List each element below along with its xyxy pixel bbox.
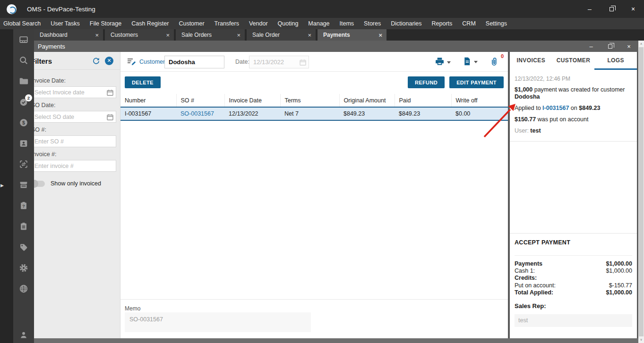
sidebar-item-dashboard-icon[interactable] [18,34,29,45]
tab-close-icon[interactable]: × [308,32,311,39]
show-only-invoiced-toggle[interactable] [34,181,45,187]
menu-item-settings[interactable]: Settings [486,20,507,27]
sales-rep-label: Sales Rep: [515,302,632,310]
tab-sale-order[interactable]: Sale Order× [247,29,316,41]
so-link[interactable]: SO-0031567 [180,110,214,117]
sidebar-item-contacts-icon[interactable] [18,138,29,149]
cell-paid[interactable]: $849.23 [395,107,451,120]
tab-customer[interactable]: CUSTOMER [552,52,595,70]
attachments-button[interactable]: 0 [489,56,499,67]
cell-write-off[interactable]: $0.00 [451,107,508,120]
invoice-number-field[interactable] [34,160,116,171]
scrollbar-thumb[interactable] [639,47,644,336]
close-filters-icon[interactable]: ✕ [105,57,113,65]
details-tabs: INVOICES CUSTOMER LOGS [510,52,637,70]
sidebar-item-tasks-icon[interactable]: 2 [18,97,29,107]
document-export-button[interactable] [462,56,478,67]
menu-item-vendor[interactable]: Vendor [249,20,268,27]
col-number[interactable]: Number [120,94,176,107]
menu-item-reports[interactable]: Reports [432,20,453,27]
cell-invoice-date[interactable]: 12/13/2022 [224,107,280,120]
tab-close-icon[interactable]: × [95,32,99,39]
sidebar-item-tag-icon[interactable] [18,242,29,252]
sidebar-item-orders-clipboard-icon[interactable] [18,221,29,232]
panel-expander-icon[interactable]: ▶ [0,183,4,188]
menu-item-transfers[interactable]: Transfers [215,20,239,27]
restore-icon[interactable] [601,0,622,18]
tab-logs[interactable]: LOGS [594,52,637,70]
show-only-invoiced-label: Show only invoiced [51,180,101,187]
tab-close-icon[interactable]: × [378,32,382,39]
inner-restore-icon[interactable] [601,41,619,52]
tab-dashboard[interactable]: Dashboard× [34,29,103,41]
invoice-date-field[interactable] [34,87,116,98]
edit-list-icon[interactable] [126,57,137,68]
refund-button[interactable]: REFUND [408,76,445,88]
invoice-link[interactable]: I-0031567 [542,105,569,111]
sidebar-item-store-icon[interactable] [18,180,29,190]
cell-number[interactable]: I-0031567 [120,107,176,120]
col-invoice-date[interactable]: Invoice Date [224,94,280,107]
sidebar-item-globe-icon[interactable] [18,284,29,294]
sidebar-item-settings-gear-icon[interactable] [18,263,29,273]
scroll-up-icon[interactable]: ∧ [638,41,644,47]
col-original-amount[interactable]: Original Amount [339,94,395,107]
menu-item-items[interactable]: Items [340,20,354,27]
close-icon[interactable]: × [622,0,644,18]
scroll-down-icon[interactable]: ∨ [638,336,644,343]
menu-item-stores[interactable]: Stores [364,20,381,27]
tab-sale-orders[interactable]: Sale Orders× [176,29,245,41]
sidebar-item-user-icon[interactable] [13,330,34,340]
calendar-icon[interactable] [107,89,113,98]
tab-close-icon[interactable]: × [166,32,170,39]
col-so[interactable]: SO # [176,94,224,107]
cell-original-amount[interactable]: $849.23 [339,107,395,120]
menu-item-quoting[interactable]: Quoting [278,20,299,27]
menu-item-user-tasks[interactable]: User Tasks [51,20,80,27]
tab-payments[interactable]: Payments× [318,29,386,41]
edit-payment-button[interactable]: EDIT PAYMENT [449,76,504,88]
tab-label: Sale Orders [181,32,212,38]
calendar-icon[interactable] [107,114,113,123]
log-line-created: $1,000 payment was created for customer … [515,86,631,100]
refresh-filters-icon[interactable] [92,57,101,67]
so-number-field[interactable] [34,136,116,147]
inner-minimize-icon[interactable]: – [582,41,601,52]
menu-item-file-storage[interactable]: File Storage [90,20,121,27]
col-paid[interactable]: Paid [395,94,451,107]
tasks-count-badge: 2 [25,94,32,101]
tab-invoices[interactable]: INVOICES [510,52,552,70]
print-button[interactable] [434,56,451,67]
col-write-off[interactable]: Write off [451,94,508,107]
menu-item-customer[interactable]: Customer [179,20,204,27]
sidebar-item-folder-icon[interactable] [18,76,29,86]
col-terms[interactable]: Terms [280,94,339,107]
vertical-scrollbar[interactable]: ∧ ∨ [638,41,644,343]
sidebar-item-transfers-icon[interactable] [18,159,29,169]
customer-field[interactable] [165,56,224,68]
date-label: Date: [235,59,249,65]
tab-close-icon[interactable]: × [237,32,240,39]
menu-item-dictionaries[interactable]: Dictionaries [391,20,421,27]
menu-item-cash-register[interactable]: Cash Register [131,20,169,27]
minimize-icon[interactable]: – [579,0,601,18]
so-number-field-wrap [34,135,116,147]
menu-item-global-search[interactable]: Global Search [3,20,41,27]
sidebar-item-search-icon[interactable] [18,55,29,66]
print-dropdown-caret[interactable] [447,61,451,64]
memo-field[interactable]: SO-0031567 [125,312,311,332]
customer-label: Customer: [139,59,167,65]
so-number-label: SO #: [34,126,120,133]
delete-button[interactable]: DELETE [125,76,161,88]
menu-item-manage[interactable]: Manage [308,20,329,27]
so-date-field[interactable] [34,111,116,122]
document-dropdown-caret[interactable] [474,61,478,63]
tab-customers[interactable]: Customers× [105,29,174,41]
invoice-row-selected[interactable]: I-0031567 SO-0031567 12/13/2022 Net 7 $8… [120,107,508,120]
sidebar-item-payments-icon[interactable]: $ [18,117,29,128]
cell-terms[interactable]: Net 7 [280,107,339,120]
sidebar-item-help-clipboard-icon[interactable]: ? [18,201,29,211]
menu-item-crm[interactable]: CRM [462,20,475,27]
filters-body: Invoice Date: SO Date: SO #: Invoice #: [34,70,120,187]
inner-close-icon[interactable]: × [619,41,638,52]
